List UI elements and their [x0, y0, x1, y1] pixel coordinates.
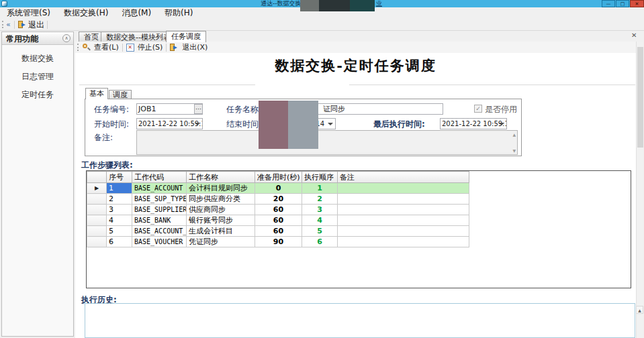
- dropdown-arrow-icon[interactable]: [195, 123, 200, 125]
- table-row[interactable]: 4 BASE_BANK 银行账号同步 60 4: [87, 215, 469, 226]
- toolbar-separator: [166, 44, 167, 52]
- remark-textarea[interactable]: ▲ ▼: [136, 130, 518, 155]
- last-exec-time-combo[interactable]: 2021-12-22 10:59:14: [440, 118, 507, 129]
- dropdown-arrow-icon[interactable]: [328, 123, 333, 125]
- form-tab-basic[interactable]: 基本: [85, 88, 108, 99]
- cell-name[interactable]: 会计科目规则同步: [187, 183, 255, 194]
- cell-name[interactable]: 供应商同步: [187, 205, 255, 215]
- sidebar-collapse-icon[interactable]: ∧: [62, 34, 71, 42]
- menu-help[interactable]: 帮助(H): [158, 7, 199, 19]
- history-textarea[interactable]: [85, 303, 635, 338]
- scrollbar-thumb[interactable]: [637, 47, 643, 148]
- browse-button[interactable]: …: [194, 104, 203, 114]
- cell-order[interactable]: 3: [302, 205, 338, 215]
- remark-label: 备注:: [94, 132, 113, 144]
- cell-name[interactable]: 凭证同步: [187, 237, 255, 247]
- redaction-box: [300, 0, 319, 11]
- cell-no[interactable]: 5: [107, 226, 132, 237]
- cell-name[interactable]: 生成会计科目: [187, 226, 255, 237]
- dropdown-arrow-icon[interactable]: [499, 123, 504, 125]
- row-selector[interactable]: [87, 194, 107, 205]
- start-time-combo[interactable]: 2021-12-22 10:59:14: [136, 118, 203, 129]
- table-row[interactable]: 5 BASE_ACCOUNT_DCY 生成会计科目 60 5: [87, 226, 469, 237]
- cell-remark[interactable]: [338, 194, 469, 205]
- cell-prep[interactable]: 20: [255, 194, 302, 205]
- sidebar-item-log-management[interactable]: 日志管理: [2, 71, 73, 82]
- cell-code[interactable]: BASE_ACCOUNT_DCY: [132, 226, 187, 237]
- cell-code[interactable]: BASE_SUP_TYPE: [132, 194, 187, 205]
- cell-remark[interactable]: [338, 215, 469, 226]
- view-button[interactable]: 查看(L): [94, 42, 119, 52]
- exit-button[interactable]: 退出(X): [182, 42, 208, 52]
- cell-code[interactable]: BASE_SUPPLIER: [132, 205, 187, 215]
- cell-no[interactable]: 6: [107, 237, 132, 247]
- cell-code[interactable]: BASE_BANK: [132, 215, 187, 226]
- cell-remark[interactable]: [338, 237, 469, 247]
- row-selector[interactable]: [87, 215, 107, 226]
- collapse-sidebar-button[interactable]: «: [6, 19, 11, 30]
- cell-order[interactable]: 2: [302, 194, 338, 205]
- cell-order[interactable]: 1: [302, 183, 338, 194]
- col-header-no[interactable]: 序号: [107, 172, 132, 183]
- cell-order[interactable]: 6: [302, 237, 338, 247]
- form-tab-schedule[interactable]: 调度: [109, 90, 132, 99]
- tab-task-schedule[interactable]: 任务调度: [166, 31, 206, 42]
- start-time-value: 2021-12-22 10:59:14: [138, 120, 203, 127]
- task-no-input[interactable]: JOB1: [136, 103, 203, 115]
- cell-no[interactable]: 4: [107, 215, 132, 226]
- scroll-down-icon[interactable]: ▼: [512, 148, 516, 153]
- row-selector-arrow-icon[interactable]: ▶: [87, 183, 107, 194]
- cell-code[interactable]: BASE_ACCOUNT: [132, 183, 187, 194]
- col-header-prep[interactable]: 准备用时(秒): [255, 172, 302, 183]
- table-row[interactable]: 6 BASE_VOUCHER 凭证同步 90 6: [87, 237, 469, 247]
- menu-system[interactable]: 系统管理(S): [0, 7, 57, 19]
- cell-name[interactable]: 银行账号同步: [187, 215, 255, 226]
- row-selector[interactable]: [87, 226, 107, 237]
- scroll-up-icon[interactable]: ▲: [636, 306, 643, 314]
- handle-icon: [87, 48, 91, 51]
- tab-module-list[interactable]: 数据交换--模块列表: [101, 32, 176, 42]
- stop-button[interactable]: 停止(S): [138, 42, 163, 52]
- cell-prep[interactable]: 60: [255, 226, 302, 237]
- exit-icon[interactable]: [18, 21, 27, 29]
- cell-no[interactable]: 2: [107, 194, 132, 205]
- menu-message[interactable]: 消息(M): [115, 7, 158, 19]
- sidebar-title: 常用功能: [6, 34, 38, 45]
- cell-no[interactable]: 3: [107, 205, 132, 215]
- minimize-button[interactable]: —: [602, 0, 615, 7]
- redaction-box: [350, 0, 375, 11]
- col-header-order[interactable]: 执行顺序: [302, 172, 338, 183]
- cell-order[interactable]: 4: [302, 215, 338, 226]
- maximize-button[interactable]: □: [616, 0, 629, 7]
- document-toolbar: 查看(L) ✕ 停止(S) 退出(X): [75, 42, 636, 53]
- menu-data-exchange[interactable]: 数据交换(H): [57, 7, 115, 19]
- row-selector[interactable]: [87, 237, 107, 247]
- table-row[interactable]: ▶ 1 BASE_ACCOUNT 会计科目规则同步 0 1: [87, 183, 469, 194]
- cell-remark[interactable]: [338, 205, 469, 215]
- cell-name[interactable]: 同步供应商分类: [187, 194, 255, 205]
- col-header-code[interactable]: 工作代码: [132, 172, 187, 183]
- col-header-name[interactable]: 工作名称: [187, 172, 255, 183]
- col-header-remark[interactable]: 备注: [338, 172, 469, 183]
- disabled-checkbox[interactable]: ✓: [474, 105, 482, 113]
- cell-remark[interactable]: [338, 226, 469, 237]
- close-button[interactable]: ✕: [630, 0, 644, 7]
- cell-order[interactable]: 5: [302, 226, 338, 237]
- cell-code[interactable]: BASE_VOUCHER: [132, 237, 187, 247]
- row-selector[interactable]: [87, 205, 107, 215]
- table-row[interactable]: 3 BASE_SUPPLIER 供应商同步 60 3: [87, 205, 469, 215]
- scroll-up-icon[interactable]: ▲: [512, 132, 516, 137]
- exit-button[interactable]: 退出: [28, 19, 44, 31]
- vertical-scrollbar[interactable]: [636, 42, 643, 338]
- cell-prep[interactable]: 90: [255, 237, 302, 247]
- steps-header-row: 序号 工作代码 工作名称 准备用时(秒) 执行顺序 备注: [87, 172, 469, 183]
- cell-prep[interactable]: 60: [255, 215, 302, 226]
- cell-no[interactable]: 1: [107, 183, 132, 194]
- sidebar-item-scheduled-tasks[interactable]: 定时任务: [2, 89, 73, 101]
- cell-prep[interactable]: 60: [255, 205, 302, 215]
- sidebar-item-data-exchange[interactable]: 数据交换: [2, 53, 73, 64]
- tab-close-icon[interactable]: ✕: [631, 32, 637, 40]
- table-row[interactable]: 2 BASE_SUP_TYPE 同步供应商分类 20 2: [87, 194, 469, 205]
- cell-prep[interactable]: 0: [255, 183, 302, 194]
- cell-remark[interactable]: [338, 183, 469, 194]
